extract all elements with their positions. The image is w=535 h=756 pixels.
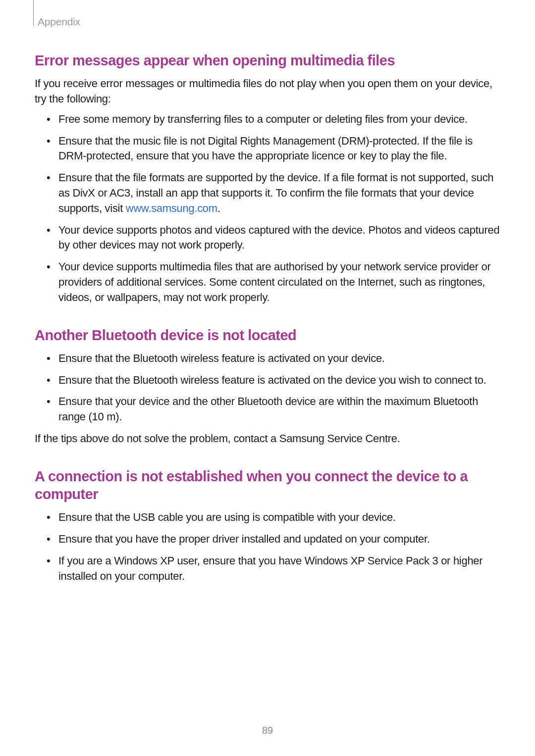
samsung-link[interactable]: www.samsung.com [126, 202, 217, 214]
list-item: Ensure that the Bluetooth wireless featu… [49, 373, 500, 388]
header-vertical-rule [33, 0, 34, 26]
list-item: Ensure that the music file is not Digita… [49, 134, 500, 164]
list-item: Free some memory by transferring files t… [49, 112, 500, 127]
list-item: Ensure that the file formats are support… [49, 170, 500, 216]
list-item: Ensure that you have the proper driver i… [49, 532, 500, 547]
section-usb-connection: A connection is not established when you… [35, 467, 500, 584]
header-section-label: Appendix [38, 15, 500, 28]
section-error-messages: Error messages appear when opening multi… [35, 51, 500, 305]
document-page: Appendix Error messages appear when open… [0, 0, 535, 584]
section-intro-text: If you receive error messages or multime… [35, 76, 500, 107]
section-heading: Another Bluetooth device is not located [35, 326, 500, 344]
bullet-list: Ensure that the Bluetooth wireless featu… [49, 351, 500, 425]
page-number: 89 [0, 725, 535, 736]
section-heading: A connection is not established when you… [35, 467, 500, 504]
list-item: If you are a Windows XP user, ensure tha… [49, 554, 500, 584]
list-item-text-post: . [217, 202, 220, 214]
section-outro-text: If the tips above do not solve the probl… [35, 431, 500, 447]
list-item: Ensure that your device and the other Bl… [49, 394, 500, 425]
section-bluetooth: Another Bluetooth device is not located … [35, 326, 500, 447]
list-item: Your device supports photos and videos c… [49, 223, 500, 253]
list-item-text-pre: Ensure that the file formats are support… [58, 171, 493, 214]
section-heading: Error messages appear when opening multi… [35, 51, 500, 69]
page-header: Appendix [35, 15, 500, 28]
list-item: Ensure that the Bluetooth wireless featu… [49, 351, 500, 366]
list-item: Ensure that the USB cable you are using … [49, 510, 500, 525]
bullet-list: Ensure that the USB cable you are using … [49, 510, 500, 584]
bullet-list: Free some memory by transferring files t… [49, 112, 500, 305]
list-item: Your device supports multimedia files th… [49, 259, 500, 305]
